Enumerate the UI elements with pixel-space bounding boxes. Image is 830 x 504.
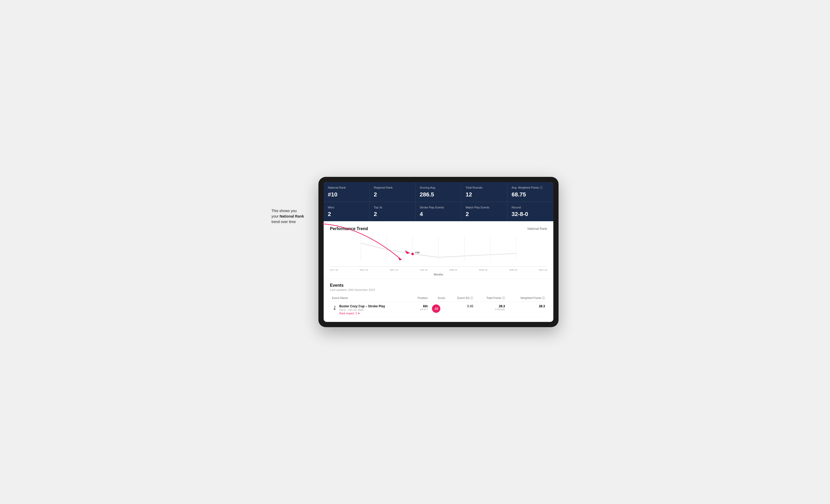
svg-text:#10: #10 <box>415 251 420 254</box>
svg-point-8 <box>411 253 414 255</box>
event-name-text: Buster Cozy Cup – Stroke Play <box>339 304 385 308</box>
col-event-sg: Event SG ⓘ <box>447 295 476 302</box>
stat-avg-weighted-points: Avg. Weighted Points ⓘ 68.75 <box>507 182 553 201</box>
col-score: Score <box>430 295 447 302</box>
tablet-frame: National Rank #10 Regional Rank 2 Scorin… <box>318 177 558 327</box>
chart-x-axis-title: Months <box>330 273 547 276</box>
event-total-points: 28.3 3 Rounds <box>475 302 507 317</box>
performance-chart: #10 <box>330 235 547 267</box>
stats-grid-row2: Wins 2 Top 3s 2 Stroke Play Events 4 Mat… <box>324 202 553 221</box>
events-title: Events <box>330 283 547 288</box>
chart-svg: #10 <box>330 235 547 266</box>
stats-grid-row1: National Rank #10 Regional Rank 2 Scorin… <box>324 182 553 201</box>
stat-record: Record 32-8-0 <box>507 202 553 221</box>
score-badge: -22 <box>432 304 440 313</box>
event-name-cell: Buster Cozy Cup – Stroke Play Oct 9 – Oc… <box>330 302 410 317</box>
svg-point-11 <box>334 308 336 310</box>
events-table-header: Event Name Position Score Event SG ⓘ Tot… <box>330 295 547 302</box>
stat-match-play-events: Match Play Events 2 <box>461 202 507 221</box>
stat-stroke-play-events: Stroke Play Events 4 <box>416 202 461 221</box>
table-row: Buster Cozy Cup – Stroke Play Oct 9 – Oc… <box>330 302 547 317</box>
performance-header: Performance Trend National Rank <box>330 227 547 231</box>
event-weighted-points: 28.3 <box>507 302 547 317</box>
col-position: Position <box>410 295 430 302</box>
stat-wins: Wins 2 <box>324 202 370 221</box>
col-total-points: Total Points ⓘ <box>475 295 507 302</box>
performance-section: Performance Trend National Rank <box>324 221 553 279</box>
events-subtitle: Last updated: 24th November 2023 <box>330 288 547 292</box>
events-table: Event Name Position Score Event SG ⓘ Tot… <box>330 295 547 318</box>
stat-national-rank: National Rank #10 <box>324 182 370 201</box>
svg-marker-13 <box>334 306 336 308</box>
performance-chart-label: National Rank <box>528 227 547 231</box>
tablet-screen: National Rank #10 Regional Rank 2 Scorin… <box>324 182 553 322</box>
stat-scoring-avg: Scoring Avg. 286.5 <box>416 182 461 201</box>
performance-title: Performance Trend <box>330 227 368 231</box>
col-event-name: Event Name <box>330 295 410 302</box>
event-rank-impact: Rank Impact: 3 ▼ <box>339 312 385 315</box>
col-weighted-points: Weighted Points ⓘ <box>507 295 547 302</box>
outer-wrapper: This shows you your National Rank trend … <box>272 177 558 327</box>
event-date: Oct 9 – Oct 10, 2023 <box>339 309 385 311</box>
stat-regional-rank: Regional Rank 2 <box>370 182 416 201</box>
event-score: -22 <box>430 302 447 317</box>
golf-icon <box>332 305 337 310</box>
annotation-text: This shows you your National Rank trend … <box>272 208 324 225</box>
chart-x-labels: OCT 23 NOV 23 DEC 23 JAN 24 FEB 24 MAR 2… <box>330 268 547 272</box>
events-section: Events Last updated: 24th November 2023 … <box>324 279 553 322</box>
event-sg: 0.45 <box>447 302 476 317</box>
stat-total-rounds: Total Rounds 12 <box>461 182 507 201</box>
event-position: 6th out of 7 <box>410 302 430 317</box>
stat-top3s: Top 3s 2 <box>370 202 416 221</box>
